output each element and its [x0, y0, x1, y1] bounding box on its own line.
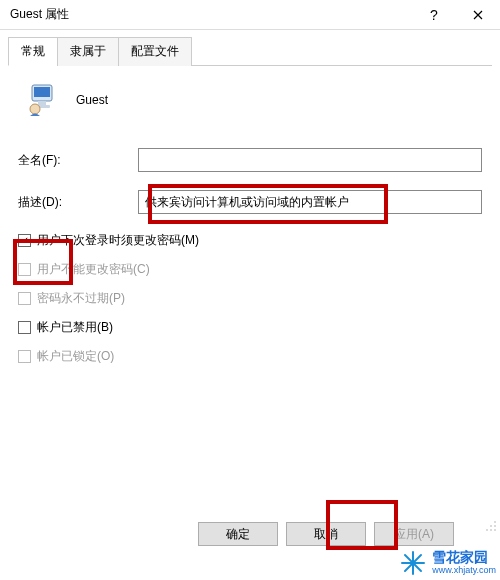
titlebar-controls: ?	[412, 0, 500, 30]
svg-point-6	[490, 525, 492, 527]
check-label: 用户下次登录时须更改密码(M)	[37, 232, 199, 249]
svg-point-5	[494, 521, 496, 523]
svg-point-7	[494, 525, 496, 527]
watermark-brand: 雪花家园	[432, 550, 496, 565]
watermark-url: www.xhjaty.com	[432, 566, 496, 576]
check-label: 帐户已锁定(O)	[37, 348, 114, 365]
checkbox-icon	[18, 263, 31, 276]
title-bar: Guest 属性 ?	[0, 0, 500, 30]
tab-content: Guest 全名(F): 描述(D): 用户下次登录时须更改密码(M) 用户不能…	[0, 66, 500, 365]
checkbox-icon	[18, 292, 31, 305]
check-cannot-change: 用户不能更改密码(C)	[18, 261, 482, 278]
user-icon	[24, 82, 60, 118]
svg-rect-2	[38, 101, 46, 105]
check-label: 用户不能更改密码(C)	[37, 261, 150, 278]
tab-profile[interactable]: 配置文件	[118, 37, 192, 66]
fullname-input[interactable]	[138, 148, 482, 172]
fullname-row: 全名(F):	[18, 148, 482, 172]
svg-rect-1	[34, 87, 50, 97]
fullname-label: 全名(F):	[18, 152, 138, 169]
apply-button[interactable]: 应用(A)	[374, 522, 454, 546]
description-row: 描述(D):	[18, 190, 482, 214]
snowflake-icon	[400, 550, 426, 576]
ok-button[interactable]: 确定	[198, 522, 278, 546]
check-label: 帐户已禁用(B)	[37, 319, 113, 336]
description-input[interactable]	[138, 190, 482, 214]
checkbox-list: 用户下次登录时须更改密码(M) 用户不能更改密码(C) 密码永不过期(P) 帐户…	[18, 232, 482, 365]
tab-strip: 常规 隶属于 配置文件	[8, 36, 492, 66]
user-header: Guest	[18, 82, 482, 118]
help-button[interactable]: ?	[412, 0, 456, 30]
check-account-disabled[interactable]: 帐户已禁用(B)	[18, 319, 482, 336]
check-never-expire: 密码永不过期(P)	[18, 290, 482, 307]
svg-point-15	[411, 561, 416, 566]
svg-point-4	[30, 104, 40, 114]
svg-point-8	[486, 529, 488, 531]
description-label: 描述(D):	[18, 194, 138, 211]
checkbox-icon	[18, 350, 31, 363]
check-must-change[interactable]: 用户下次登录时须更改密码(M)	[18, 232, 482, 249]
user-name: Guest	[76, 93, 108, 107]
close-icon	[473, 10, 483, 20]
svg-point-10	[494, 529, 496, 531]
tab-memberof[interactable]: 隶属于	[57, 37, 119, 66]
close-button[interactable]	[456, 0, 500, 30]
checkbox-icon	[18, 321, 31, 334]
cancel-button[interactable]: 取消	[286, 522, 366, 546]
window-title: Guest 属性	[10, 6, 69, 23]
watermark: 雪花家园 www.xhjaty.com	[400, 550, 496, 576]
check-label: 密码永不过期(P)	[37, 290, 125, 307]
checkbox-icon	[18, 234, 31, 247]
dialog-buttons: 确定 取消 应用(A)	[198, 522, 454, 546]
svg-point-9	[490, 529, 492, 531]
check-account-locked: 帐户已锁定(O)	[18, 348, 482, 365]
resize-grip-icon	[485, 520, 497, 532]
tab-general[interactable]: 常规	[8, 37, 58, 66]
